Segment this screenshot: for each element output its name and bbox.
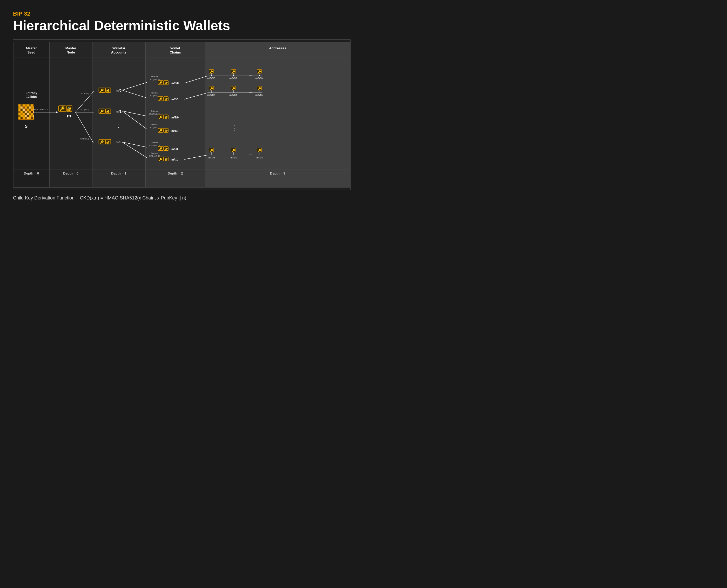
svg-text:External: External (151, 142, 158, 144)
svg-text:🔑: 🔑 (258, 70, 261, 74)
svg-text:m/i/1: m/i/1 (171, 158, 178, 161)
svg-text:m/0/1/0: m/0/1/0 (208, 94, 215, 96)
svg-rect-41 (29, 109, 31, 111)
svg-text:Master: Master (26, 46, 37, 50)
svg-text:🔑: 🔑 (232, 87, 235, 90)
svg-rect-55 (25, 113, 27, 115)
svg-rect-27 (33, 104, 34, 106)
svg-rect-52 (18, 113, 21, 115)
svg-text:Node: Node (66, 51, 75, 55)
svg-text:Depth = 3: Depth = 3 (270, 171, 285, 175)
svg-text:CKD(m,0): CKD(m,0) (80, 92, 89, 94)
svg-text:m/i/0: m/i/0 (171, 148, 178, 151)
svg-rect-40 (27, 109, 29, 111)
svg-rect-46 (23, 111, 25, 113)
svg-text:m/0/0/1: m/0/0/1 (230, 77, 237, 80)
svg-rect-34 (31, 106, 33, 109)
svg-text:m/0/0/0: m/0/0/0 (208, 77, 215, 80)
svg-rect-25 (29, 104, 31, 106)
svg-rect-32 (27, 106, 29, 109)
svg-text:External: External (151, 75, 158, 78)
svg-text:m/0: m/0 (115, 88, 121, 92)
header: BIP 32 Hierarchical Deterministic Wallet… (13, 10, 350, 33)
svg-rect-51 (33, 111, 34, 113)
svg-text:m/i/1/1: m/i/1/1 (230, 156, 237, 159)
svg-text:m/1/1: m/1/1 (171, 129, 179, 132)
svg-rect-61 (21, 115, 23, 117)
svg-text:m/0/1/k: m/0/1/k (256, 94, 263, 96)
svg-rect-54 (23, 113, 25, 115)
svg-text:CKD(m/0, 0): CKD(m/0, 0) (149, 78, 161, 81)
diagram: Master Seed Master Node Wallets/ Account… (13, 40, 350, 190)
svg-text:🔑: 🔑 (159, 97, 163, 101)
svg-text:Internal: Internal (151, 123, 158, 126)
svg-rect-66 (31, 115, 33, 117)
svg-text:Master: Master (65, 46, 76, 50)
svg-text:🔑: 🔑 (159, 81, 163, 85)
svg-text:🔐: 🔐 (67, 107, 72, 111)
svg-text:CKD(m,1): CKD(m,1) (80, 109, 89, 111)
svg-rect-36 (18, 109, 21, 111)
svg-text:Internal: Internal (151, 92, 158, 94)
diagram-svg: Master Seed Master Node Wallets/ Account… (13, 40, 350, 190)
svg-rect-23 (25, 104, 27, 106)
svg-rect-56 (27, 113, 29, 115)
svg-text:Depth = 1: Depth = 1 (111, 171, 126, 175)
svg-text:Accounts: Accounts (111, 51, 126, 55)
svg-rect-48 (27, 111, 29, 113)
svg-text:🔐: 🔐 (165, 129, 168, 132)
svg-text:🔑: 🔑 (100, 109, 104, 113)
svg-rect-58 (31, 113, 33, 115)
svg-rect-30 (23, 106, 25, 109)
svg-rect-64 (27, 115, 29, 117)
svg-text:m/0/0/k: m/0/0/k (256, 77, 263, 80)
svg-text:🔐: 🔐 (106, 88, 110, 92)
svg-rect-73 (29, 117, 31, 119)
svg-rect-71 (25, 117, 27, 119)
footer-note: Child Key Derivation Function ~ CKD(x,n)… (13, 195, 350, 201)
svg-rect-44 (18, 111, 21, 113)
svg-rect-33 (29, 106, 31, 109)
svg-rect-45 (21, 111, 23, 113)
svg-text:⋮: ⋮ (116, 123, 121, 128)
svg-text:🔑: 🔑 (100, 140, 104, 144)
svg-text:🔑: 🔑 (258, 87, 261, 90)
svg-text:External: External (151, 110, 158, 112)
svg-rect-70 (23, 117, 25, 119)
svg-rect-29 (21, 106, 23, 109)
svg-rect-28 (18, 106, 21, 109)
svg-text:🔐: 🔐 (165, 115, 168, 119)
svg-text:m/0/0: m/0/0 (171, 82, 179, 85)
svg-text:Wallets/: Wallets/ (112, 46, 125, 50)
svg-text:🔑: 🔑 (159, 147, 163, 151)
svg-rect-21 (21, 104, 23, 106)
svg-text:m/1/0: m/1/0 (171, 116, 179, 119)
svg-rect-50 (31, 111, 33, 113)
svg-text:🔑: 🔑 (258, 149, 261, 152)
svg-text:🔑: 🔑 (210, 70, 213, 74)
svg-text:🔑: 🔑 (159, 129, 163, 132)
svg-rect-60 (18, 115, 21, 117)
svg-text:🔑: 🔑 (100, 88, 104, 92)
svg-text:🔐: 🔐 (106, 140, 110, 144)
bip-label: BIP 32 (13, 10, 350, 17)
svg-rect-49 (29, 111, 31, 113)
svg-rect-47 (25, 111, 27, 113)
svg-text:🔑: 🔑 (159, 115, 163, 119)
svg-text:CKD(m,i): CKD(m,i) (80, 138, 89, 140)
svg-rect-72 (27, 117, 29, 119)
svg-rect-67 (33, 115, 34, 117)
svg-text:🔐: 🔐 (165, 147, 168, 151)
svg-text:m/1: m/1 (115, 110, 121, 113)
svg-text:Entropy: Entropy (25, 91, 37, 95)
main-title: Hierarchical Deterministic Wallets (13, 18, 350, 33)
svg-text:🔑: 🔑 (210, 87, 213, 90)
svg-rect-59 (33, 113, 34, 115)
svg-rect-4 (205, 42, 350, 188)
svg-text:⋮: ⋮ (232, 127, 237, 133)
svg-text:🔑: 🔑 (210, 149, 213, 152)
svg-text:Depth = 0: Depth = 0 (24, 171, 39, 175)
svg-text:🔑: 🔑 (159, 158, 163, 161)
svg-text:m/i: m/i (115, 140, 121, 144)
svg-rect-38 (23, 109, 25, 111)
